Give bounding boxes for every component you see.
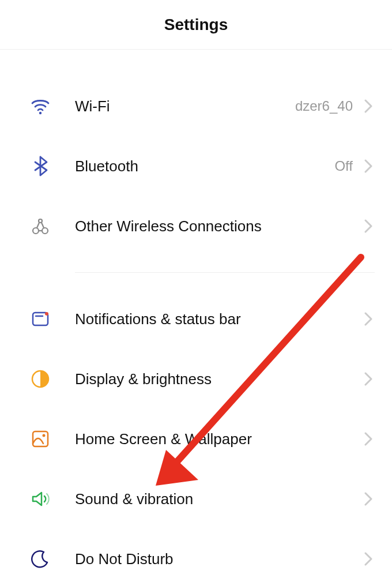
wallpaper-icon: [28, 426, 53, 452]
settings-row-wifi[interactable]: Wi-Fi dzer6_40: [0, 76, 392, 136]
page-title: Settings: [164, 16, 228, 34]
row-value: dzer6_40: [295, 98, 353, 114]
svg-point-2: [42, 228, 48, 234]
sound-icon: [28, 486, 53, 512]
chevron-right-icon: [362, 553, 375, 565]
row-label: Other Wireless Connections: [75, 217, 362, 235]
moon-icon: [28, 546, 53, 572]
brightness-icon: [28, 366, 53, 392]
row-label: Do Not Disturb: [75, 550, 362, 568]
chevron-right-icon: [362, 160, 375, 172]
settings-row-notifications[interactable]: Notifications & status bar: [0, 289, 392, 349]
bluetooth-icon: [28, 153, 53, 179]
svg-point-0: [39, 112, 42, 114]
row-label: Bluetooth: [75, 157, 334, 175]
svg-point-3: [39, 219, 42, 223]
settings-row-bluetooth[interactable]: Bluetooth Off: [0, 136, 392, 196]
svg-point-9: [45, 312, 48, 316]
divider: [75, 272, 375, 273]
chevron-right-icon: [362, 313, 375, 325]
row-label: Display & brightness: [75, 370, 362, 388]
status-icon: [28, 306, 53, 332]
svg-line-4: [37, 223, 39, 228]
row-label: Wi-Fi: [75, 97, 295, 115]
settings-row-other-wireless[interactable]: Other Wireless Connections: [0, 196, 392, 256]
row-value: Off: [334, 158, 353, 174]
svg-line-5: [42, 223, 44, 228]
settings-group-2: Notifications & status bar Display & bri…: [0, 289, 392, 582]
chevron-right-icon: [362, 100, 375, 112]
row-label: Sound & vibration: [75, 490, 362, 508]
chevron-right-icon: [362, 220, 375, 232]
chevron-right-icon: [362, 373, 375, 385]
network-icon: [28, 213, 53, 239]
settings-row-sound[interactable]: Sound & vibration: [0, 469, 392, 529]
settings-row-display[interactable]: Display & brightness: [0, 349, 392, 409]
chevron-right-icon: [362, 433, 375, 445]
row-label: Notifications & status bar: [75, 310, 362, 328]
wifi-icon: [28, 93, 53, 119]
chevron-right-icon: [362, 493, 375, 505]
settings-row-home-screen[interactable]: Home Screen & Wallpaper: [0, 409, 392, 469]
svg-point-1: [33, 228, 39, 234]
header: Settings: [0, 0, 392, 50]
svg-point-12: [43, 434, 46, 437]
row-label: Home Screen & Wallpaper: [75, 430, 362, 448]
settings-group-1: Wi-Fi dzer6_40 Bluetooth Off: [0, 76, 392, 256]
settings-row-dnd[interactable]: Do Not Disturb: [0, 529, 392, 582]
